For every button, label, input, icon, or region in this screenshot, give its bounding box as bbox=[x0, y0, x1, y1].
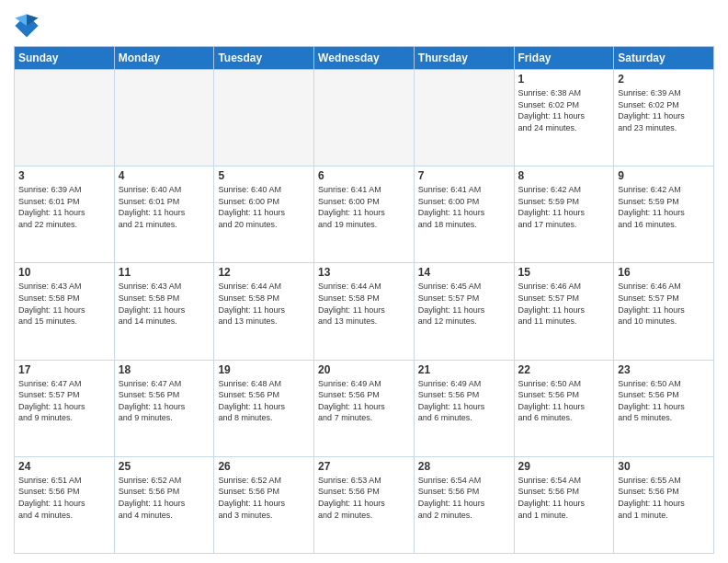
day-number: 24 bbox=[18, 460, 110, 473]
day-number: 16 bbox=[618, 266, 710, 279]
day-number: 13 bbox=[318, 266, 410, 279]
day-number: 8 bbox=[518, 169, 610, 182]
calendar-header-sunday: Sunday bbox=[15, 47, 115, 70]
cell-content: Sunrise: 6:42 AM Sunset: 5:59 PM Dayligh… bbox=[618, 184, 710, 230]
calendar-cell: 15Sunrise: 6:46 AM Sunset: 5:57 PM Dayli… bbox=[514, 263, 614, 360]
day-number: 26 bbox=[218, 460, 310, 473]
calendar-cell: 7Sunrise: 6:41 AM Sunset: 6:00 PM Daylig… bbox=[414, 167, 514, 263]
cell-content: Sunrise: 6:55 AM Sunset: 5:56 PM Dayligh… bbox=[618, 475, 710, 521]
calendar-week-1: 3Sunrise: 6:39 AM Sunset: 6:01 PM Daylig… bbox=[15, 167, 714, 263]
calendar-cell: 26Sunrise: 6:52 AM Sunset: 5:56 PM Dayli… bbox=[214, 456, 314, 553]
logo-icon bbox=[14, 13, 40, 39]
calendar-cell: 13Sunrise: 6:44 AM Sunset: 5:58 PM Dayli… bbox=[314, 263, 415, 360]
cell-content: Sunrise: 6:49 AM Sunset: 5:56 PM Dayligh… bbox=[418, 378, 510, 424]
cell-content: Sunrise: 6:47 AM Sunset: 5:57 PM Dayligh… bbox=[18, 378, 110, 424]
day-number: 15 bbox=[518, 266, 610, 279]
day-number: 10 bbox=[18, 266, 110, 279]
calendar-cell: 28Sunrise: 6:54 AM Sunset: 5:56 PM Dayli… bbox=[414, 456, 514, 553]
cell-content: Sunrise: 6:41 AM Sunset: 6:00 PM Dayligh… bbox=[318, 184, 410, 230]
calendar-header-thursday: Thursday bbox=[414, 47, 514, 70]
cell-content: Sunrise: 6:39 AM Sunset: 6:02 PM Dayligh… bbox=[618, 87, 710, 133]
calendar-cell: 8Sunrise: 6:42 AM Sunset: 5:59 PM Daylig… bbox=[514, 167, 614, 263]
day-number: 30 bbox=[618, 460, 710, 473]
logo bbox=[14, 13, 43, 39]
cell-content: Sunrise: 6:51 AM Sunset: 5:56 PM Dayligh… bbox=[18, 475, 110, 521]
calendar-cell: 23Sunrise: 6:50 AM Sunset: 5:56 PM Dayli… bbox=[614, 360, 714, 456]
header bbox=[14, 9, 714, 39]
calendar-cell: 12Sunrise: 6:44 AM Sunset: 5:58 PM Dayli… bbox=[214, 263, 314, 360]
cell-content: Sunrise: 6:40 AM Sunset: 6:01 PM Dayligh… bbox=[119, 184, 210, 230]
calendar-cell: 1Sunrise: 6:38 AM Sunset: 6:02 PM Daylig… bbox=[514, 70, 614, 167]
cell-content: Sunrise: 6:53 AM Sunset: 5:56 PM Dayligh… bbox=[318, 475, 410, 521]
day-number: 21 bbox=[418, 363, 510, 376]
cell-content: Sunrise: 6:52 AM Sunset: 5:56 PM Dayligh… bbox=[119, 475, 210, 521]
day-number: 6 bbox=[318, 169, 410, 182]
calendar-cell: 10Sunrise: 6:43 AM Sunset: 5:58 PM Dayli… bbox=[15, 263, 115, 360]
cell-content: Sunrise: 6:44 AM Sunset: 5:58 PM Dayligh… bbox=[218, 281, 310, 327]
calendar-cell: 30Sunrise: 6:55 AM Sunset: 5:56 PM Dayli… bbox=[614, 456, 714, 553]
calendar-cell bbox=[114, 70, 214, 167]
calendar-cell: 2Sunrise: 6:39 AM Sunset: 6:02 PM Daylig… bbox=[614, 70, 714, 167]
calendar-week-2: 10Sunrise: 6:43 AM Sunset: 5:58 PM Dayli… bbox=[15, 263, 714, 360]
day-number: 11 bbox=[119, 266, 210, 279]
day-number: 3 bbox=[18, 169, 110, 182]
day-number: 12 bbox=[218, 266, 310, 279]
calendar-cell: 14Sunrise: 6:45 AM Sunset: 5:57 PM Dayli… bbox=[414, 263, 514, 360]
cell-content: Sunrise: 6:54 AM Sunset: 5:56 PM Dayligh… bbox=[518, 475, 610, 521]
calendar-cell: 18Sunrise: 6:47 AM Sunset: 5:56 PM Dayli… bbox=[114, 360, 214, 456]
cell-content: Sunrise: 6:44 AM Sunset: 5:58 PM Dayligh… bbox=[318, 281, 410, 327]
day-number: 18 bbox=[119, 363, 210, 376]
cell-content: Sunrise: 6:46 AM Sunset: 5:57 PM Dayligh… bbox=[518, 281, 610, 327]
cell-content: Sunrise: 6:41 AM Sunset: 6:00 PM Dayligh… bbox=[418, 184, 510, 230]
calendar-cell: 29Sunrise: 6:54 AM Sunset: 5:56 PM Dayli… bbox=[514, 456, 614, 553]
calendar-week-3: 17Sunrise: 6:47 AM Sunset: 5:57 PM Dayli… bbox=[15, 360, 714, 456]
calendar-header-row: SundayMondayTuesdayWednesdayThursdayFrid… bbox=[15, 47, 714, 70]
calendar-cell: 11Sunrise: 6:43 AM Sunset: 5:58 PM Dayli… bbox=[114, 263, 214, 360]
calendar-header-wednesday: Wednesday bbox=[314, 47, 415, 70]
calendar-cell bbox=[314, 70, 415, 167]
day-number: 20 bbox=[318, 363, 410, 376]
calendar-cell: 6Sunrise: 6:41 AM Sunset: 6:00 PM Daylig… bbox=[314, 167, 415, 263]
page: SundayMondayTuesdayWednesdayThursdayFrid… bbox=[0, 0, 728, 563]
day-number: 28 bbox=[418, 460, 510, 473]
cell-content: Sunrise: 6:43 AM Sunset: 5:58 PM Dayligh… bbox=[119, 281, 210, 327]
calendar-cell bbox=[214, 70, 314, 167]
day-number: 4 bbox=[119, 169, 210, 182]
cell-content: Sunrise: 6:54 AM Sunset: 5:56 PM Dayligh… bbox=[418, 475, 510, 521]
day-number: 7 bbox=[418, 169, 510, 182]
calendar-header-saturday: Saturday bbox=[614, 47, 714, 70]
calendar-week-4: 24Sunrise: 6:51 AM Sunset: 5:56 PM Dayli… bbox=[15, 456, 714, 553]
calendar: SundayMondayTuesdayWednesdayThursdayFrid… bbox=[14, 46, 714, 554]
day-number: 23 bbox=[618, 363, 710, 376]
day-number: 19 bbox=[218, 363, 310, 376]
day-number: 9 bbox=[618, 169, 710, 182]
day-number: 29 bbox=[518, 460, 610, 473]
cell-content: Sunrise: 6:43 AM Sunset: 5:58 PM Dayligh… bbox=[18, 281, 110, 327]
calendar-header-monday: Monday bbox=[114, 47, 214, 70]
calendar-cell: 17Sunrise: 6:47 AM Sunset: 5:57 PM Dayli… bbox=[15, 360, 115, 456]
day-number: 25 bbox=[119, 460, 210, 473]
calendar-cell: 5Sunrise: 6:40 AM Sunset: 6:00 PM Daylig… bbox=[214, 167, 314, 263]
calendar-header-tuesday: Tuesday bbox=[214, 47, 314, 70]
cell-content: Sunrise: 6:49 AM Sunset: 5:56 PM Dayligh… bbox=[318, 378, 410, 424]
calendar-cell bbox=[15, 70, 115, 167]
cell-content: Sunrise: 6:42 AM Sunset: 5:59 PM Dayligh… bbox=[518, 184, 610, 230]
calendar-cell: 3Sunrise: 6:39 AM Sunset: 6:01 PM Daylig… bbox=[15, 167, 115, 263]
cell-content: Sunrise: 6:50 AM Sunset: 5:56 PM Dayligh… bbox=[518, 378, 610, 424]
cell-content: Sunrise: 6:40 AM Sunset: 6:00 PM Dayligh… bbox=[218, 184, 310, 230]
calendar-cell: 16Sunrise: 6:46 AM Sunset: 5:57 PM Dayli… bbox=[614, 263, 714, 360]
calendar-cell: 19Sunrise: 6:48 AM Sunset: 5:56 PM Dayli… bbox=[214, 360, 314, 456]
calendar-cell bbox=[414, 70, 514, 167]
day-number: 5 bbox=[218, 169, 310, 182]
calendar-cell: 9Sunrise: 6:42 AM Sunset: 5:59 PM Daylig… bbox=[614, 167, 714, 263]
day-number: 14 bbox=[418, 266, 510, 279]
day-number: 17 bbox=[18, 363, 110, 376]
calendar-cell: 20Sunrise: 6:49 AM Sunset: 5:56 PM Dayli… bbox=[314, 360, 415, 456]
calendar-cell: 27Sunrise: 6:53 AM Sunset: 5:56 PM Dayli… bbox=[314, 456, 415, 553]
calendar-cell: 24Sunrise: 6:51 AM Sunset: 5:56 PM Dayli… bbox=[15, 456, 115, 553]
cell-content: Sunrise: 6:47 AM Sunset: 5:56 PM Dayligh… bbox=[119, 378, 210, 424]
day-number: 1 bbox=[518, 73, 610, 86]
calendar-cell: 25Sunrise: 6:52 AM Sunset: 5:56 PM Dayli… bbox=[114, 456, 214, 553]
day-number: 22 bbox=[518, 363, 610, 376]
cell-content: Sunrise: 6:52 AM Sunset: 5:56 PM Dayligh… bbox=[218, 475, 310, 521]
